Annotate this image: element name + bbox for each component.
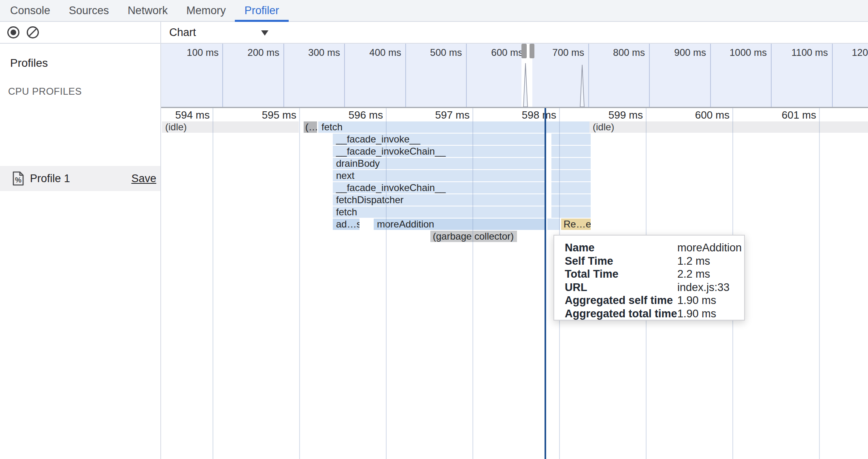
frame-idle[interactable]: (idle) <box>162 121 299 133</box>
overview-tick-label: 500 ms <box>397 47 462 58</box>
frame-facade-invoke[interactable] <box>551 134 591 145</box>
tooltip-row: URLindex.js:33 <box>565 281 744 294</box>
tooltip-label: Self Time <box>565 255 677 268</box>
playhead-line <box>545 108 546 459</box>
tooltip-value: index.js:33 <box>677 281 730 293</box>
view-mode-dropdown[interactable]: Chart <box>169 22 270 43</box>
overview-tick-label: 1000 ms <box>702 47 767 58</box>
ruler-tick-label: 597 ms <box>389 109 470 121</box>
frame-facade-invoke-chain[interactable]: __facade_invokeChain__ <box>333 182 545 193</box>
ruler-tick-label: 596 ms <box>302 109 383 121</box>
clear-icon <box>26 26 40 39</box>
frame-drain-body[interactable]: drainBody <box>333 158 545 169</box>
overview-tick-label: 600 ms <box>458 47 523 58</box>
tooltip-label: Total Time <box>565 268 677 281</box>
document-percent-icon: % <box>12 171 24 186</box>
tooltip-row: NamemoreAddition <box>565 241 744 255</box>
frame-next[interactable]: next <box>333 170 545 181</box>
timeline-overview[interactable]: 100 ms 200 ms 300 ms 400 ms 500 ms 600 m… <box>161 44 868 108</box>
frame-facade-invoke-chain[interactable]: __facade_invokeChain__ <box>333 146 545 157</box>
tooltip-value: 1.90 ms <box>677 294 716 306</box>
tooltip-label: Aggregated total time <box>565 307 677 321</box>
ruler-tick-label: 599 ms <box>562 109 643 121</box>
frame-garbage-collector[interactable]: (garbage collector) <box>430 231 517 242</box>
web-inspector-profiler: Console Sources Network Memory Profiler … <box>0 0 868 459</box>
frame-drain-body[interactable] <box>551 158 591 169</box>
view-mode-value: Chart <box>169 26 196 38</box>
ruler-tick-label: 598 ms <box>475 109 556 121</box>
tooltip-label: Name <box>565 241 677 255</box>
frame-unlabeled[interactable] <box>547 219 560 230</box>
tab-network[interactable]: Network <box>128 0 168 21</box>
overview-tick-label: 400 ms <box>336 47 401 58</box>
chevron-down-icon <box>261 30 268 36</box>
selection-handle-left[interactable] <box>521 44 527 58</box>
svg-text:%: % <box>15 176 21 184</box>
ruler-tick-label: 594 ms <box>161 109 210 121</box>
frame-fetch-inner[interactable]: fetch <box>333 206 545 218</box>
overview-tick-label: 900 ms <box>641 47 706 58</box>
tooltip-row: Aggregated total time1.90 ms <box>565 307 744 321</box>
tooltip-value: moreAddition <box>677 242 742 254</box>
tooltip-row: Total Time2.2 ms <box>565 268 744 281</box>
frame-facade-invoke[interactable]: __facade_invoke__ <box>333 134 545 145</box>
ruler-tick-label: 595 ms <box>215 109 296 121</box>
gridline <box>472 108 473 459</box>
gridline <box>299 108 300 459</box>
ruler-tick-label: 600 ms <box>649 109 730 121</box>
sidebar-toolbar <box>0 22 160 44</box>
overview-tick-label: 300 ms <box>275 47 340 58</box>
overview-tick-label: 800 ms <box>580 47 645 58</box>
tooltip-value: 1.90 ms <box>677 308 716 320</box>
flame-chart: 594 ms 595 ms 596 ms 597 ms 598 ms 599 m… <box>161 108 868 459</box>
frame-next[interactable] <box>551 170 591 181</box>
tooltip-row: Aggregated self time1.90 ms <box>565 294 744 307</box>
selection-handle-right[interactable] <box>530 44 534 58</box>
tooltip-value: 2.2 ms <box>677 268 710 280</box>
cpu-profiles-section-header: CPU PROFILES <box>8 86 160 97</box>
tab-profiler[interactable]: Profiler <box>245 0 279 21</box>
profile-name: Profile 1 <box>30 172 131 185</box>
overview-tick-label: 1200 ms <box>824 47 868 58</box>
overview-tick-label: 1100 ms <box>763 47 828 58</box>
cpu-spike <box>522 62 529 107</box>
frame-idle[interactable]: (idle) <box>589 121 868 133</box>
view-toolbar: Chart <box>161 22 868 44</box>
tooltip-label: URL <box>565 281 677 294</box>
overview-tick-label: 100 ms <box>161 47 219 58</box>
frame-fetch-dispatcher[interactable] <box>551 194 591 206</box>
frame-tooltip: NamemoreAddition Self Time1.2 ms Total T… <box>553 235 745 321</box>
frame-response[interactable]: Re…e <box>561 219 591 230</box>
tab-console[interactable]: Console <box>10 0 50 21</box>
gridline <box>819 108 820 459</box>
overview-tick-label: 200 ms <box>215 47 279 58</box>
frame-facade-invoke-chain[interactable] <box>551 146 591 157</box>
record-button[interactable] <box>6 26 20 39</box>
frame-fetch-inner[interactable] <box>551 206 591 218</box>
gridline <box>213 108 213 459</box>
record-icon <box>6 26 20 39</box>
frame-fetch[interactable]: fetch <box>318 121 589 133</box>
ruler-tick-label: 601 ms <box>735 109 816 121</box>
profiles-header: Profiles <box>10 57 160 70</box>
frame-fetch-dispatcher[interactable]: fetchDispatcher <box>333 194 545 206</box>
save-profile-link[interactable]: Save <box>131 172 156 185</box>
profile-row[interactable]: % Profile 1 Save <box>0 166 160 191</box>
tooltip-label: Aggregated self time <box>565 294 677 307</box>
tab-memory[interactable]: Memory <box>186 0 226 21</box>
frame-truncated[interactable]: (… <box>304 121 317 133</box>
profiler-main-pane: Chart 100 ms 200 ms 300 ms 400 ms 500 ms… <box>161 22 868 459</box>
clear-button[interactable] <box>26 26 40 39</box>
frame-add-numbers[interactable]: ad…s <box>333 219 360 230</box>
gridline <box>386 108 387 459</box>
cpu-spike <box>579 64 585 107</box>
tooltip-value: 1.2 ms <box>677 255 710 267</box>
tooltip-row: Self Time1.2 ms <box>565 255 744 268</box>
profiles-sidebar: Profiles CPU PROFILES % Profile 1 Save <box>0 22 161 459</box>
frame-facade-invoke-chain[interactable] <box>551 182 591 193</box>
frame-more-addition[interactable]: moreAddition <box>374 219 545 230</box>
tab-sources[interactable]: Sources <box>69 0 109 21</box>
devtools-tab-bar: Console Sources Network Memory Profiler <box>0 0 868 22</box>
